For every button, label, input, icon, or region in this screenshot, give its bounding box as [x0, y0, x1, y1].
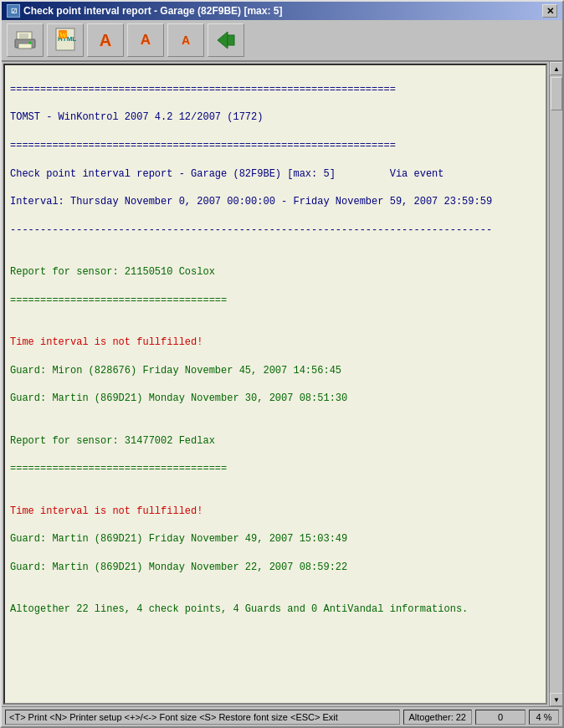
svg-rect-12 [228, 35, 234, 45]
scrollbar[interactable]: ▲ ▼ [549, 62, 562, 706]
separator-3: ----------------------------------------… [10, 224, 492, 236]
main-window: ☑ Check point interval report - Garage (… [0, 0, 564, 728]
font-large-icon: A [100, 31, 111, 50]
svg-marker-11 [218, 32, 228, 49]
svg-text:W: W [59, 31, 67, 39]
main-area: ========================================… [2, 62, 562, 706]
sensor2-sep: ==================================== [10, 463, 227, 474]
font-medium-button[interactable]: A [127, 23, 164, 57]
font-large-button[interactable]: A [87, 23, 124, 57]
sensor1-warning: Time interval is not fullfilled! [10, 336, 203, 348]
percent-box: 4 % [529, 710, 559, 725]
sensor1-header: Report for sensor: 21150510 Coslox [10, 266, 215, 278]
window-title: Check point interval report - Garage (82… [23, 5, 282, 17]
html-button[interactable]: HTML W [47, 23, 84, 57]
scroll-up-button[interactable]: ▲ [550, 62, 562, 75]
font-small-button[interactable]: A [167, 23, 204, 57]
svg-point-6 [29, 42, 32, 44]
scrollbar-track-area[interactable] [550, 75, 562, 693]
html-icon: HTML W [54, 27, 77, 54]
sensor1-guard2: Guard: Martin (869D21) Monday November 3… [10, 392, 347, 404]
print-icon [13, 31, 37, 49]
sensor2-guard2: Guard: Martin (869D21) Monday November 2… [10, 561, 347, 573]
title-bar-left: ☑ Check point interval report - Garage (… [7, 4, 282, 18]
sensor2-warning: Time interval is not fullfilled! [10, 505, 203, 517]
window-icon: ☑ [7, 4, 20, 18]
scrollbar-thumb[interactable] [551, 77, 562, 110]
print-button[interactable] [7, 23, 44, 57]
altogether-box: Altogether: 22 [403, 710, 473, 725]
sensor1-guard1: Guard: Miron (828676) Friday November 45… [10, 365, 341, 377]
report-content: ========================================… [5, 65, 546, 649]
separator-2: ========================================… [10, 140, 396, 151]
summary-line: Altogether 22 lines, 4 check points, 4 G… [10, 603, 468, 615]
font-small-icon: A [182, 33, 190, 47]
title-bar: ☑ Check point interval report - Garage (… [2, 2, 562, 20]
keyboard-hint: <T> Print <N> Printer setup <+>/<-> Font… [5, 710, 400, 725]
sensor2-header: Report for sensor: 31477002 Fedlax [10, 435, 215, 447]
back-button[interactable] [208, 23, 244, 57]
scroll-down-button[interactable]: ▼ [550, 693, 562, 706]
report-container[interactable]: ========================================… [3, 64, 547, 705]
report-title: Check point interval report - Garage (82… [10, 168, 444, 180]
separator-1: ========================================… [10, 84, 396, 95]
status-bar: <T> Print <N> Printer setup <+>/<-> Font… [2, 706, 562, 726]
font-medium-icon: A [141, 32, 151, 49]
sensor1-sep: ==================================== [10, 295, 227, 306]
toolbar: HTML W A A A [2, 20, 562, 62]
back-icon [214, 28, 238, 52]
interval-line: Interval: Thursday November 0, 2007 00:0… [10, 196, 492, 208]
tomst-header: TOMST - WinKontrol 2007 4.2 12/2007 (177… [10, 111, 263, 123]
svg-rect-5 [18, 44, 32, 49]
close-button[interactable]: ✕ [542, 4, 557, 18]
count-box: 0 [475, 710, 526, 725]
sensor2-guard1: Guard: Martin (869D21) Friday November 4… [10, 533, 347, 545]
